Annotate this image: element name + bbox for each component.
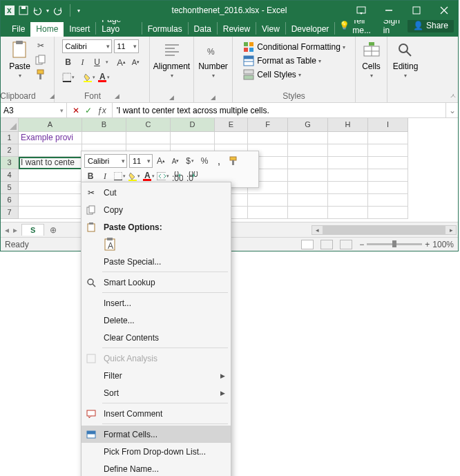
tab-home[interactable]: Home [30,22,64,37]
prev-sheet-icon[interactable]: ◂ [5,225,9,235]
tab-formulas[interactable]: Formulas [142,22,188,37]
row-header[interactable]: 4 [1,169,19,182]
merge-center-icon[interactable] [157,170,169,182]
font-name-select[interactable]: Calibri [62,39,112,53]
normal-view-icon[interactable] [301,240,314,249]
format-painter-icon[interactable] [227,155,240,167]
dialog-launcher-icon[interactable]: ◢ [211,94,215,101]
tab-file[interactable]: File [6,22,30,37]
cut-icon[interactable]: ✂ [35,39,47,52]
ctx-define-name[interactable]: Define Name... [82,460,231,476]
ctx-clear-contents[interactable]: Clear Contents [82,329,231,346]
ctx-filter[interactable]: Filter▶ [82,367,231,384]
minimize-button[interactable] [375,1,403,20]
col-header[interactable]: D [171,118,215,132]
bold-button[interactable]: B [84,170,97,182]
redo-icon[interactable] [53,6,63,15]
maximize-button[interactable] [403,1,430,20]
zoom-level[interactable]: 100% [432,240,454,249]
ctx-delete[interactable]: Delete... [82,312,231,329]
cell[interactable]: Example provi [19,132,82,144]
col-header[interactable]: B [82,118,126,132]
paste-button[interactable]: Paste ▾ [8,39,32,80]
increase-font-icon[interactable]: A▴ [115,56,128,68]
font-size-select[interactable]: 11 [114,39,139,53]
share-button[interactable]: 👤Share [408,19,454,32]
row-header[interactable]: 6 [1,194,19,207]
copy-icon[interactable] [35,54,47,66]
underline-button[interactable]: U [91,56,104,68]
zoom-out-icon[interactable]: − [359,240,364,249]
row-header[interactable]: 2 [1,144,19,157]
col-header[interactable]: I [368,118,408,132]
fill-color-icon[interactable] [83,71,95,84]
row-header[interactable]: 5 [1,182,19,194]
fx-icon[interactable]: ƒx [97,106,106,115]
add-sheet-icon[interactable]: ⊕ [44,225,62,235]
borders-icon[interactable] [62,71,75,84]
row-header[interactable]: 1 [1,132,19,144]
bold-button[interactable]: B [62,56,75,68]
fill-color-icon[interactable] [128,170,140,182]
dialog-launcher-icon[interactable]: ◢ [115,93,119,99]
formula-input[interactable]: 'I want to center text across multiple c… [113,103,445,117]
ribbon-options-icon[interactable] [347,1,375,20]
ctx-paste-special[interactable]: Paste Special... [82,253,231,270]
undo-icon[interactable] [32,6,42,15]
alignment-button[interactable]: Alignment▾ [152,39,191,80]
enter-icon[interactable]: ✓ [85,106,92,115]
decrease-decimal-icon[interactable]: .00.0 [186,170,198,182]
tab-view[interactable]: View [256,22,285,37]
cells-button[interactable]: Cells▾ [361,39,383,80]
font-color-icon[interactable]: A [97,71,110,84]
increase-font-icon[interactable]: A▴ [155,155,167,167]
row-header[interactable]: 3 [1,157,19,169]
ctx-insert[interactable]: Insert... [82,294,231,312]
col-header[interactable]: G [288,118,328,132]
conditional-formatting-button[interactable]: Conditional Formatting▾ [242,41,345,53]
accounting-format-icon[interactable]: $ [184,155,196,167]
select-all-corner[interactable] [1,118,19,132]
qat-customize-icon[interactable]: ▾ [77,8,80,14]
zoom-in-icon[interactable]: + [425,240,430,249]
italic-button[interactable]: I [99,170,111,182]
page-layout-view-icon[interactable] [320,240,333,249]
tab-developer[interactable]: Developer [286,22,335,37]
italic-button[interactable]: I [77,56,89,68]
mini-font-select[interactable]: Calibri [84,154,127,168]
format-painter-icon[interactable] [35,68,47,81]
row-header[interactable]: 7 [1,207,19,219]
dialog-launcher-icon[interactable]: ◢ [50,93,55,99]
increase-decimal-icon[interactable]: .0.00 [171,170,184,182]
ctx-pick-from-list[interactable]: Pick From Drop-down List... [82,443,231,460]
ctx-cut[interactable]: ✂Cut [82,184,231,201]
col-header[interactable]: H [328,118,368,132]
number-button[interactable]: %Number▾ [197,39,229,80]
col-header[interactable]: C [126,118,171,132]
name-box[interactable]: A3 [1,103,67,117]
cancel-icon[interactable]: ✕ [73,106,79,115]
tab-review[interactable]: Review [218,22,256,37]
editing-button[interactable]: Editing▾ [392,39,420,80]
cell-styles-button[interactable]: Cell Styles▾ [242,68,301,81]
comma-icon[interactable]: , [213,155,225,167]
tab-data[interactable]: Data [189,22,217,37]
mini-size-select[interactable]: 11 [129,154,153,168]
ctx-smart-lookup[interactable]: Smart Lookup [82,274,231,291]
collapse-ribbon-icon[interactable]: ㅅ [450,91,457,101]
ctx-sort[interactable]: Sort▶ [82,384,231,401]
dialog-launcher-icon[interactable]: ◢ [169,94,174,101]
col-header[interactable]: A [19,118,82,132]
ctx-copy[interactable]: Copy [82,201,231,218]
horizontal-scrollbar[interactable]: ◂▸ [312,225,457,235]
undo-dropdown-icon[interactable]: ▾ [46,8,49,14]
zoom-slider[interactable]: − + 100% [359,240,454,249]
ctx-insert-comment[interactable]: Insert Comment [82,405,231,422]
next-sheet-icon[interactable]: ▸ [13,225,17,235]
percent-icon[interactable]: % [198,155,211,167]
col-header[interactable]: F [248,118,288,132]
tab-insert[interactable]: Insert [64,22,95,37]
font-color-icon[interactable]: A [142,170,155,182]
page-break-view-icon[interactable] [340,240,352,249]
ctx-format-cells[interactable]: Format Cells... [82,426,231,443]
